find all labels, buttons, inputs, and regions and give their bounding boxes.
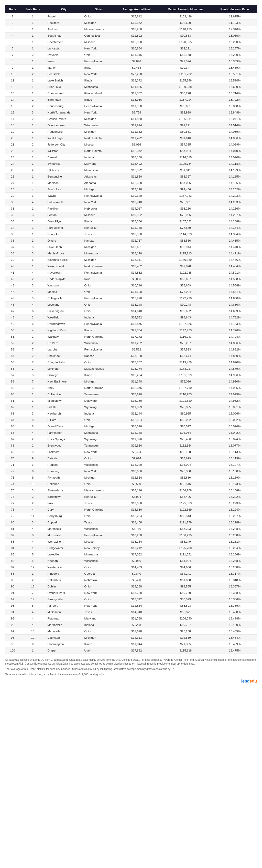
table-cell: Carmel	[45, 154, 82, 161]
table-cell: 14.732%	[213, 314, 257, 321]
table-cell: Newburgh	[45, 410, 82, 417]
table-cell: $83,593	[159, 602, 213, 609]
table-cell: $63,679	[159, 455, 213, 462]
table-cell: New York	[82, 45, 115, 52]
table-cell: 52	[5, 340, 20, 346]
table-cell: Neenah	[45, 558, 82, 564]
table-cell: $92,699	[159, 20, 213, 26]
table-row: 9710MarysvilleOhio$11,628$75,23815.455%	[5, 628, 257, 634]
table-cell: Kansas	[82, 353, 115, 359]
table-row: 332Glen EllynIllinois$15,336$107,33214.2…	[5, 218, 257, 225]
table-cell: Jefferson City	[45, 142, 82, 148]
table-cell: 8	[20, 602, 45, 609]
table-cell: 13	[20, 583, 45, 590]
table-cell: 2	[20, 116, 45, 122]
table-cell: Pennsylvania	[82, 103, 115, 110]
table-cell: 15.222%	[213, 494, 257, 500]
table-cell: 14.287%	[213, 212, 257, 218]
table-cell: 15.286%	[213, 551, 257, 558]
table-cell: 14.558%	[213, 282, 257, 289]
table-cell: $92,221	[159, 122, 213, 129]
table-cell: 1	[20, 20, 45, 26]
table-cell: $11,044	[115, 641, 159, 647]
table-cell: Massachusetts	[82, 487, 115, 494]
table-cell: 13.237%	[213, 45, 257, 52]
table-cell: 15.268%	[213, 532, 257, 538]
table-cell: Wisconsin	[82, 122, 115, 129]
col-rank: Rank	[5, 5, 20, 13]
table-cell: $58,496	[159, 494, 213, 500]
table-cell: Delaware	[82, 398, 115, 404]
table-row: 803CoppellTexas$18,468$121,27915.228%	[5, 519, 257, 526]
table-cell: 14	[5, 97, 20, 103]
table-cell: Bentonville	[45, 174, 82, 180]
table-cell: 45	[5, 295, 20, 302]
table-cell: 2	[20, 436, 45, 442]
table-cell: $147,973	[159, 327, 213, 334]
table-cell: $102,669	[159, 506, 213, 513]
table-cell: Chagrin Falls	[45, 359, 82, 366]
table-cell: 15.077%	[213, 442, 257, 449]
table-cell: 13.531%	[213, 71, 257, 78]
table-cell: 55	[5, 359, 20, 366]
table-cell: West Fargo	[45, 135, 82, 142]
table-cell: $80,543	[159, 513, 213, 519]
table-cell: 2	[20, 353, 45, 359]
table-cell: Arkansas	[82, 174, 115, 180]
table-cell: 13.594%	[213, 78, 257, 84]
table-cell: $11,292	[115, 340, 159, 346]
table-cell: $10,656	[115, 468, 159, 474]
table-cell: Minnesota	[82, 250, 115, 257]
table-cell: $76,935	[159, 212, 213, 218]
table-cell: 1	[20, 154, 45, 161]
col-state: State	[82, 5, 115, 13]
table-cell: 13.600%	[213, 84, 257, 90]
table-cell: New Jersey	[82, 545, 115, 551]
table-cell: $12,144	[115, 410, 159, 417]
table-cell: Clarkston	[45, 634, 82, 641]
table-cell: 56	[5, 366, 20, 372]
table-cell: 29	[5, 193, 20, 199]
table-cell: $115,618	[159, 647, 213, 654]
table-cell: $77,559	[159, 225, 213, 231]
table-row: 304BaldwinsvilleNew York$10,740$75,30114…	[5, 199, 257, 206]
table-cell: 2	[20, 218, 45, 225]
table-cell: Kentucky	[82, 225, 115, 231]
table-row: 31AndoverMassachusetts$18,288$148,12512.…	[5, 26, 257, 33]
table-row: 784CaryNorth Carolina$15,630$102,66915.2…	[5, 506, 257, 513]
table-cell: 79	[5, 513, 20, 519]
table-cell: Ohio	[82, 417, 115, 423]
table-cell: $8,736	[115, 526, 159, 532]
table-cell: Massachusetts	[82, 366, 115, 372]
table-cell: Pennsylvania	[82, 321, 115, 327]
table-cell: Maryland	[82, 161, 115, 167]
table-row: 8712WestervilleOhio$14,463$94,60615.288%	[5, 564, 257, 570]
table-cell: 14.070%	[213, 148, 257, 154]
table-cell: $13,452	[115, 263, 159, 270]
table-cell: 2	[20, 334, 45, 340]
table-cell: 15.389%	[213, 602, 257, 609]
table-cell: 14.798%	[213, 334, 257, 340]
table-cell: 14.925%	[213, 385, 257, 391]
table-cell: 99	[5, 641, 20, 647]
table-cell: $70,300	[159, 468, 213, 474]
table-cell: 15.455%	[213, 628, 257, 634]
table-cell: 15.022%	[213, 417, 257, 423]
table-cell: $75,238	[159, 628, 213, 634]
table-cell: $13,164	[115, 538, 159, 545]
table-cell: 1	[20, 391, 45, 398]
table-cell: $14,463	[115, 564, 159, 570]
table-cell: $12,924	[115, 122, 159, 129]
table-cell: $14,839	[115, 116, 159, 122]
table-cell: 15.281%	[213, 538, 257, 545]
table-cell: $62,998	[159, 110, 213, 116]
table-cell: 4	[20, 270, 45, 276]
table-cell: $119,479	[159, 359, 213, 366]
table-cell: 94	[5, 609, 20, 615]
table-cell: $11,829	[115, 404, 159, 410]
table-cell: $11,472	[115, 135, 159, 142]
table-cell: 1	[20, 238, 45, 244]
table-cell: 7	[20, 359, 45, 366]
table-cell: 11	[20, 513, 45, 519]
table-row: 323FentonMissouri$10,992$76,93514.287%	[5, 212, 257, 218]
